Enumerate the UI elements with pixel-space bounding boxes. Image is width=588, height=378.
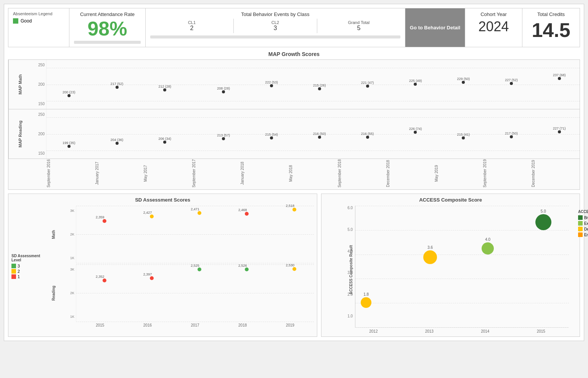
sd-reading-dot-2019: 2,530	[290, 263, 299, 271]
sd-math-dot-2015: 2,359	[100, 215, 109, 223]
expanding-icon	[578, 221, 583, 226]
map-x-label: January 2018	[240, 159, 289, 189]
sd-title: SD Assessment Scores	[11, 197, 314, 203]
access-legend-title: ACCESS Composite	[578, 210, 588, 214]
dot-item: 222 (53)	[265, 80, 278, 87]
behavior-cell: Total Behavior Events by Class CL1 2 CL2…	[146, 8, 405, 47]
dot-item: 226 (74)	[409, 127, 422, 134]
entering-icon	[578, 232, 583, 237]
developing-icon	[578, 227, 583, 231]
dot-item: 204 (36)	[111, 138, 124, 145]
attendance-title: Current Attendance Rate	[74, 11, 141, 17]
access-xaxis-2012: 2012	[345, 329, 401, 333]
map-x-label: September 2018	[337, 159, 386, 189]
sd-math-dot-2019: 2,518	[290, 204, 299, 211]
top-row: Absenteeism Legend Good Current Attendan…	[8, 8, 580, 47]
behavior-title: Total Behavior Events by Class	[150, 11, 400, 17]
dot-item: 212 (28)	[159, 85, 172, 91]
map-x-label: May 2017	[143, 159, 192, 189]
dot-item: 199 (35)	[63, 141, 76, 148]
behavior-grand-total-value: 5	[319, 25, 399, 32]
sd-xaxis-2015: 2015	[76, 323, 124, 327]
dot-item: 225 (49)	[409, 79, 422, 86]
map-math-label: MAP Math	[8, 60, 31, 109]
sd-xaxis-2018: 2018	[219, 323, 267, 327]
dot-item: 217 (50)	[505, 131, 518, 138]
sd-reading-chart: Reading 3K 2K 1K 2,352	[46, 264, 314, 322]
sd-legend-2-icon	[11, 269, 16, 274]
dot-item: 215 (26)	[313, 83, 326, 90]
sd-reading-dot-2015: 2,352	[100, 275, 109, 282]
attendance-progress-bar	[74, 41, 141, 44]
sd-reading-dot-2018: 2,526	[243, 264, 251, 271]
sd-math-y-axis: 3K 2K 1K	[61, 206, 76, 263]
dot-item: 206 (34)	[159, 137, 172, 144]
map-x-label: May 2018	[289, 159, 337, 189]
access-xaxis: 2012 2013 2014 2015	[355, 329, 569, 333]
total-credits-title: Total Credits	[527, 11, 575, 17]
sd-legend-1: 1	[11, 274, 46, 279]
dot-item: 200 (23)	[63, 90, 76, 97]
sd-math-subject-label: Math	[46, 206, 61, 263]
map-reading-y-axis: 250 200 150	[31, 109, 47, 159]
sd-math-dot-2018: 2,468	[243, 208, 251, 216]
behavior-cl2-label: CL2	[235, 20, 315, 25]
dot-item: 213 (57)	[217, 133, 230, 140]
sd-math-dot-2016: 2,427	[148, 211, 156, 218]
access-xaxis-2014: 2014	[457, 329, 513, 333]
attendance-value: 98%	[74, 19, 141, 38]
absenteeism-legend-title: Absenteeism Legend	[13, 11, 64, 16]
sd-xaxis-2019: 2019	[267, 323, 314, 327]
access-dot-2015: 5.0	[543, 209, 559, 230]
sd-legend-title: SD Assessment Level	[11, 254, 46, 262]
access-dot-2014: 4.0	[488, 237, 500, 255]
absenteeism-legend-cell: Absenteeism Legend Good	[8, 8, 69, 47]
behavior-cl1-label: CL1	[152, 20, 232, 25]
map-xaxis-row: September 2016 January 2017 May 2017 Sep…	[47, 159, 580, 189]
total-credits-cell: Total Credits 14.5	[522, 8, 580, 47]
behavior-grand-total-label: Grand Total	[319, 20, 399, 25]
cohort-year-cell: Cohort Year 2024	[465, 8, 522, 47]
sd-reading-dot-2017: 2,525	[195, 264, 204, 271]
attendance-cell: Current Attendance Rate 98%	[69, 8, 146, 47]
behavior-progress-bar	[150, 35, 400, 38]
sd-reading-plot: 2,352 2,397 2,525	[76, 264, 314, 322]
map-x-label: September 2016	[47, 159, 95, 189]
map-x-label: January 2017	[95, 159, 143, 189]
behavior-cl2: CL2 3	[234, 19, 317, 33]
map-x-label: September 2017	[192, 159, 240, 189]
behavior-cl1: CL1 2	[150, 19, 234, 33]
sd-xaxis-2016: 2016	[124, 323, 172, 327]
access-y-axis: 6.0 5.0 4.0 3.0 2.0 1.0	[336, 206, 353, 318]
access-dot-2013: 3.6	[430, 245, 444, 264]
behavior-cl2-value: 3	[235, 25, 315, 32]
dot-item: 237 (68)	[553, 73, 566, 80]
dot-item: 208 (28)	[217, 86, 230, 93]
goto-behavior-button[interactable]: Go to Behavior Detail	[405, 8, 465, 47]
access-dot-2012: 1.8	[366, 292, 377, 308]
sd-section: SD Assessment Scores SD Assessment Level…	[8, 194, 317, 337]
behavior-cl1-value: 2	[152, 25, 232, 32]
access-plot-area: 1.8 3.6 4.0 5.0	[355, 206, 569, 328]
sd-xaxis-2017: 2017	[171, 323, 219, 327]
dot-item: 215 (54)	[265, 133, 278, 139]
bridging-icon	[578, 215, 583, 220]
behavior-grand-total: Grand Total 5	[317, 19, 400, 33]
dot-item: 221 (47)	[361, 81, 374, 88]
map-chart-area: MAP Math 250 200 150 200 (23)	[8, 59, 580, 190]
dot-item: 227 (52)	[505, 78, 518, 85]
access-xaxis-2015: 2015	[513, 329, 569, 333]
access-legend-entering: Entering	[578, 232, 588, 237]
access-xaxis-2013: 2013	[402, 329, 457, 333]
sd-xaxis: 2015 2016 2017 2018 2019	[46, 323, 314, 327]
bottom-section: SD Assessment Scores SD Assessment Level…	[8, 194, 580, 337]
dot-item: 216 (55)	[361, 132, 374, 139]
sd-math-dot-2017: 2,471	[195, 207, 204, 215]
legend-good-icon	[13, 18, 18, 24]
total-credits-value: 14.5	[527, 19, 575, 42]
access-title: ACCESS Composite Score	[325, 197, 577, 203]
behavior-sub-row: CL1 2 CL2 3 Grand Total 5	[150, 19, 400, 33]
map-reading-label: MAP Reading	[8, 109, 31, 159]
sd-reading-y-axis: 3K 2K 1K	[61, 264, 76, 322]
sd-legend: SD Assessment Level 3 2 1	[11, 206, 46, 327]
